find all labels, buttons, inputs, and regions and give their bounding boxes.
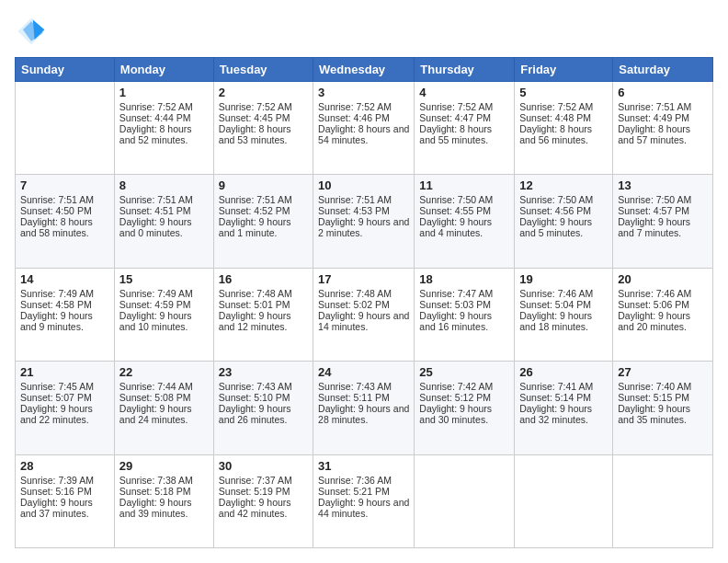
daylight-text: Daylight: 9 hours and 42 minutes. [219, 497, 308, 519]
daylight-text: Daylight: 9 hours and 30 minutes. [419, 403, 509, 425]
day-number: 25 [419, 365, 509, 379]
daylight-text: Daylight: 9 hours and 37 minutes. [20, 497, 109, 519]
sunset-text: Sunset: 4:47 PM [419, 112, 509, 123]
day-number: 18 [419, 272, 509, 286]
calendar-cell [515, 454, 613, 547]
sunset-text: Sunset: 5:02 PM [318, 299, 409, 310]
calendar-cell: 3Sunrise: 7:52 AMSunset: 4:46 PMDaylight… [313, 82, 415, 175]
sunset-text: Sunset: 4:52 PM [219, 205, 308, 216]
calendar-cell: 30Sunrise: 7:37 AMSunset: 5:19 PMDayligh… [213, 454, 313, 547]
sunrise-text: Sunrise: 7:43 AM [219, 381, 308, 392]
sunset-text: Sunset: 5:06 PM [618, 299, 708, 310]
sunrise-text: Sunrise: 7:36 AM [318, 475, 409, 486]
calendar-cell: 8Sunrise: 7:51 AMSunset: 4:51 PMDaylight… [114, 175, 213, 268]
daylight-text: Daylight: 9 hours and 12 minutes. [219, 310, 308, 332]
day-number: 29 [119, 459, 209, 473]
sunrise-text: Sunrise: 7:47 AM [419, 288, 509, 299]
sunset-text: Sunset: 4:56 PM [519, 205, 608, 216]
day-number: 16 [219, 272, 308, 286]
sunrise-text: Sunrise: 7:48 AM [318, 288, 409, 299]
day-number: 11 [419, 178, 509, 192]
day-number: 9 [219, 178, 308, 192]
sunrise-text: Sunrise: 7:46 AM [519, 288, 608, 299]
header-row: SundayMondayTuesdayWednesdayThursdayFrid… [16, 58, 713, 82]
daylight-text: Daylight: 9 hours and 24 minutes. [119, 403, 209, 425]
sunset-text: Sunset: 5:18 PM [119, 486, 209, 497]
sunrise-text: Sunrise: 7:41 AM [519, 381, 608, 392]
calendar-table: SundayMondayTuesdayWednesdayThursdayFrid… [15, 57, 713, 548]
day-number: 4 [419, 86, 509, 99]
day-number: 17 [318, 272, 409, 286]
week-row-1: 1Sunrise: 7:52 AMSunset: 4:44 PMDaylight… [16, 82, 713, 175]
daylight-text: Daylight: 8 hours and 58 minutes. [20, 216, 109, 238]
day-number: 30 [219, 459, 308, 473]
calendar-cell: 29Sunrise: 7:38 AMSunset: 5:18 PMDayligh… [114, 454, 213, 547]
sunrise-text: Sunrise: 7:43 AM [318, 381, 409, 392]
page: SundayMondayTuesdayWednesdayThursdayFrid… [0, 0, 728, 563]
sunrise-text: Sunrise: 7:49 AM [20, 288, 109, 299]
calendar-cell: 24Sunrise: 7:43 AMSunset: 5:11 PMDayligh… [313, 362, 415, 454]
sunrise-text: Sunrise: 7:52 AM [318, 101, 409, 112]
calendar-cell [415, 454, 515, 547]
calendar-cell: 18Sunrise: 7:47 AMSunset: 5:03 PMDayligh… [415, 268, 515, 361]
sunrise-text: Sunrise: 7:45 AM [20, 381, 109, 392]
sunset-text: Sunset: 4:59 PM [119, 299, 209, 310]
day-header-wednesday: Wednesday [313, 58, 415, 82]
daylight-text: Daylight: 9 hours and 9 minutes. [20, 310, 109, 332]
calendar-cell: 15Sunrise: 7:49 AMSunset: 4:59 PMDayligh… [114, 268, 213, 361]
sunset-text: Sunset: 4:46 PM [318, 112, 409, 123]
sunset-text: Sunset: 4:58 PM [20, 299, 109, 310]
day-number: 2 [219, 86, 308, 99]
day-number: 28 [20, 459, 109, 473]
calendar-cell: 19Sunrise: 7:46 AMSunset: 5:04 PMDayligh… [515, 268, 613, 361]
header [15, 15, 713, 48]
logo-icon [15, 15, 48, 48]
sunrise-text: Sunrise: 7:52 AM [119, 101, 209, 112]
day-number: 12 [519, 178, 608, 192]
calendar-cell [613, 454, 713, 547]
week-row-5: 28Sunrise: 7:39 AMSunset: 5:16 PMDayligh… [16, 454, 713, 547]
day-header-saturday: Saturday [613, 58, 713, 82]
daylight-text: Daylight: 9 hours and 5 minutes. [519, 216, 608, 238]
calendar-cell: 14Sunrise: 7:49 AMSunset: 4:58 PMDayligh… [16, 268, 115, 361]
sunrise-text: Sunrise: 7:49 AM [119, 288, 209, 299]
calendar-cell: 4Sunrise: 7:52 AMSunset: 4:47 PMDaylight… [415, 82, 515, 175]
calendar-cell: 17Sunrise: 7:48 AMSunset: 5:02 PMDayligh… [313, 268, 415, 361]
sunset-text: Sunset: 4:55 PM [419, 205, 509, 216]
day-number: 3 [318, 86, 409, 99]
sunrise-text: Sunrise: 7:39 AM [20, 475, 109, 486]
day-number: 27 [618, 365, 708, 379]
day-number: 14 [20, 272, 109, 286]
calendar-cell: 31Sunrise: 7:36 AMSunset: 5:21 PMDayligh… [313, 454, 415, 547]
sunset-text: Sunset: 5:15 PM [618, 392, 708, 403]
daylight-text: Daylight: 9 hours and 18 minutes. [519, 310, 608, 332]
day-number: 23 [219, 365, 308, 379]
day-number: 10 [318, 178, 409, 192]
calendar-cell: 23Sunrise: 7:43 AMSunset: 5:10 PMDayligh… [213, 362, 313, 454]
calendar-cell: 28Sunrise: 7:39 AMSunset: 5:16 PMDayligh… [16, 454, 115, 547]
calendar-cell: 20Sunrise: 7:46 AMSunset: 5:06 PMDayligh… [613, 268, 713, 361]
day-header-monday: Monday [114, 58, 213, 82]
sunset-text: Sunset: 5:19 PM [219, 486, 308, 497]
day-header-thursday: Thursday [415, 58, 515, 82]
sunset-text: Sunset: 5:21 PM [318, 486, 409, 497]
sunrise-text: Sunrise: 7:51 AM [318, 194, 409, 205]
daylight-text: Daylight: 9 hours and 0 minutes. [119, 216, 209, 238]
daylight-text: Daylight: 8 hours and 55 minutes. [419, 123, 509, 145]
daylight-text: Daylight: 9 hours and 10 minutes. [119, 310, 209, 332]
day-number: 20 [618, 272, 708, 286]
sunrise-text: Sunrise: 7:38 AM [119, 475, 209, 486]
sunrise-text: Sunrise: 7:51 AM [219, 194, 308, 205]
daylight-text: Daylight: 9 hours and 2 minutes. [318, 216, 409, 238]
sunset-text: Sunset: 5:12 PM [419, 392, 509, 403]
day-number: 26 [519, 365, 608, 379]
sunset-text: Sunset: 4:57 PM [618, 205, 708, 216]
sunset-text: Sunset: 4:50 PM [20, 205, 109, 216]
day-number: 1 [119, 86, 209, 99]
day-number: 31 [318, 459, 409, 473]
sunrise-text: Sunrise: 7:51 AM [119, 194, 209, 205]
sunrise-text: Sunrise: 7:48 AM [219, 288, 308, 299]
calendar-cell: 1Sunrise: 7:52 AMSunset: 4:44 PMDaylight… [114, 82, 213, 175]
calendar-cell: 16Sunrise: 7:48 AMSunset: 5:01 PMDayligh… [213, 268, 313, 361]
sunrise-text: Sunrise: 7:50 AM [519, 194, 608, 205]
